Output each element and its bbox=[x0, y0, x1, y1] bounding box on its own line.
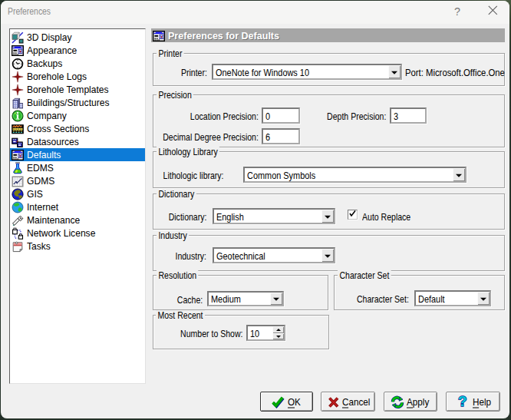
svg-text:?: ? bbox=[458, 394, 467, 409]
